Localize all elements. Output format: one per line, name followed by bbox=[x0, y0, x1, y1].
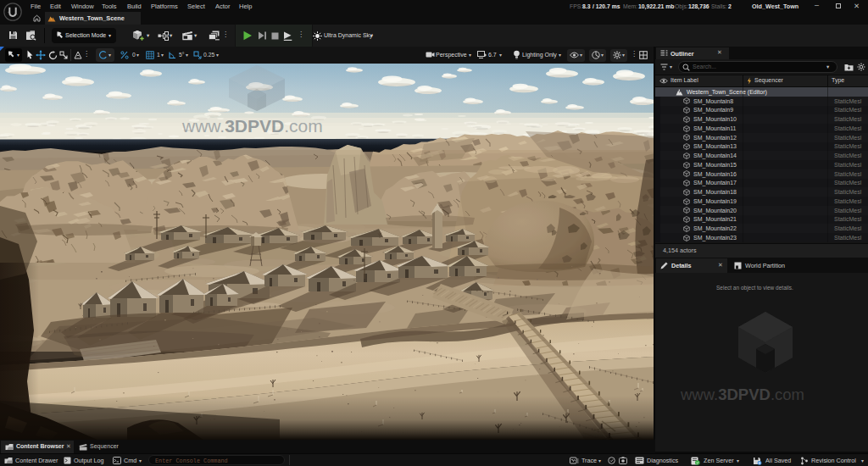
svg-text:www.3DPVD.com: www.3DPVD.com bbox=[680, 386, 804, 403]
svg-text:www.3DPVD.com: www.3DPVD.com bbox=[181, 116, 323, 136]
